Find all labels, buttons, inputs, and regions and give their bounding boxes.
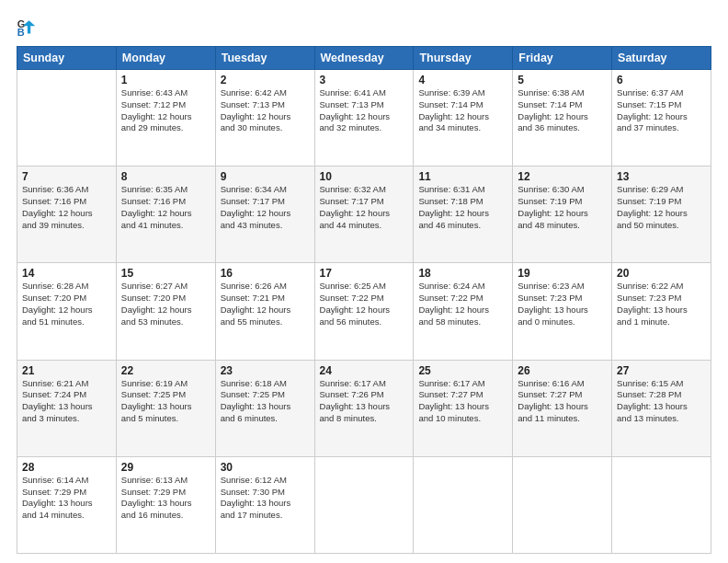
day-number: 5 xyxy=(518,74,607,86)
day-info: Sunrise: 6:16 AMSunset: 7:27 PMDaylight:… xyxy=(518,378,607,425)
day-number: 22 xyxy=(121,364,210,377)
day-number: 29 xyxy=(121,461,210,474)
day-info: Sunrise: 6:26 AMSunset: 7:21 PMDaylight:… xyxy=(221,281,310,327)
day-cell: 22Sunrise: 6:19 AMSunset: 7:25 PMDayligh… xyxy=(116,360,215,456)
day-number: 25 xyxy=(418,364,507,377)
day-cell: 11Sunrise: 6:31 AMSunset: 7:18 PMDayligh… xyxy=(414,167,513,263)
day-number: 24 xyxy=(320,364,409,377)
day-cell: 3Sunrise: 6:41 AMSunset: 7:13 PMDaylight… xyxy=(314,70,414,167)
day-cell: 30Sunrise: 6:12 AMSunset: 7:30 PMDayligh… xyxy=(215,456,314,553)
week-row-3: 14Sunrise: 6:28 AMSunset: 7:20 PMDayligh… xyxy=(17,263,711,360)
day-info: Sunrise: 6:42 AMSunset: 7:13 PMDaylight:… xyxy=(221,87,310,134)
day-cell: 2Sunrise: 6:42 AMSunset: 7:13 PMDaylight… xyxy=(215,70,314,167)
day-cell: 27Sunrise: 6:15 AMSunset: 7:28 PMDayligh… xyxy=(612,360,711,456)
day-info: Sunrise: 6:37 AMSunset: 7:15 PMDaylight:… xyxy=(617,87,706,134)
day-number: 13 xyxy=(617,170,706,183)
day-info: Sunrise: 6:41 AMSunset: 7:13 PMDaylight:… xyxy=(320,87,409,134)
day-cell xyxy=(612,456,711,553)
day-number: 15 xyxy=(121,267,210,280)
day-cell: 24Sunrise: 6:17 AMSunset: 7:26 PMDayligh… xyxy=(314,360,414,456)
day-info: Sunrise: 6:13 AMSunset: 7:29 PMDaylight:… xyxy=(121,475,210,522)
day-cell: 7Sunrise: 6:36 AMSunset: 7:16 PMDaylight… xyxy=(17,167,117,263)
day-info: Sunrise: 6:38 AMSunset: 7:14 PMDaylight:… xyxy=(518,87,607,134)
day-number: 10 xyxy=(320,170,409,183)
day-info: Sunrise: 6:39 AMSunset: 7:14 PMDaylight:… xyxy=(418,87,507,134)
day-info: Sunrise: 6:27 AMSunset: 7:20 PMDaylight:… xyxy=(121,281,210,327)
day-cell xyxy=(314,456,414,553)
week-row-4: 21Sunrise: 6:21 AMSunset: 7:24 PMDayligh… xyxy=(17,360,711,456)
day-header-friday: Friday xyxy=(513,47,612,70)
day-number: 14 xyxy=(22,267,111,280)
logo: G B xyxy=(17,17,40,37)
day-cell: 21Sunrise: 6:21 AMSunset: 7:24 PMDayligh… xyxy=(17,360,117,456)
day-cell xyxy=(513,456,612,553)
day-number: 6 xyxy=(617,74,706,86)
day-info: Sunrise: 6:25 AMSunset: 7:22 PMDaylight:… xyxy=(320,281,409,327)
day-info: Sunrise: 6:31 AMSunset: 7:18 PMDaylight:… xyxy=(418,184,507,231)
day-cell: 10Sunrise: 6:32 AMSunset: 7:17 PMDayligh… xyxy=(314,167,414,263)
day-header-monday: Monday xyxy=(116,47,215,70)
week-row-1: 1Sunrise: 6:43 AMSunset: 7:12 PMDaylight… xyxy=(17,70,711,167)
day-info: Sunrise: 6:15 AMSunset: 7:28 PMDaylight:… xyxy=(617,378,706,425)
day-info: Sunrise: 6:34 AMSunset: 7:17 PMDaylight:… xyxy=(221,184,310,231)
day-cell xyxy=(17,70,117,167)
day-cell: 28Sunrise: 6:14 AMSunset: 7:29 PMDayligh… xyxy=(17,456,117,553)
day-cell: 4Sunrise: 6:39 AMSunset: 7:14 PMDaylight… xyxy=(414,70,513,167)
header: G B xyxy=(17,17,711,37)
day-number: 7 xyxy=(22,170,111,183)
day-number: 3 xyxy=(320,74,409,86)
day-info: Sunrise: 6:28 AMSunset: 7:20 PMDaylight:… xyxy=(22,281,111,327)
logo-icon: G B xyxy=(17,17,37,37)
day-number: 16 xyxy=(221,267,310,280)
day-header-saturday: Saturday xyxy=(612,47,711,70)
day-number: 21 xyxy=(22,364,111,377)
day-info: Sunrise: 6:35 AMSunset: 7:16 PMDaylight:… xyxy=(121,184,210,231)
day-number: 9 xyxy=(221,170,310,183)
day-header-thursday: Thursday xyxy=(414,47,513,70)
day-cell: 17Sunrise: 6:25 AMSunset: 7:22 PMDayligh… xyxy=(314,263,414,360)
day-info: Sunrise: 6:32 AMSunset: 7:17 PMDaylight:… xyxy=(320,184,409,231)
day-number: 26 xyxy=(518,364,607,377)
day-cell: 26Sunrise: 6:16 AMSunset: 7:27 PMDayligh… xyxy=(513,360,612,456)
day-number: 28 xyxy=(22,461,111,474)
week-row-2: 7Sunrise: 6:36 AMSunset: 7:16 PMDaylight… xyxy=(17,167,711,263)
svg-text:B: B xyxy=(17,27,25,37)
day-number: 4 xyxy=(418,74,507,86)
week-row-5: 28Sunrise: 6:14 AMSunset: 7:29 PMDayligh… xyxy=(17,456,711,553)
day-info: Sunrise: 6:21 AMSunset: 7:24 PMDaylight:… xyxy=(22,378,111,425)
day-number: 23 xyxy=(221,364,310,377)
day-number: 18 xyxy=(418,267,507,280)
day-number: 8 xyxy=(121,170,210,183)
calendar-page: G B SundayMondayTuesdayWednesdayThursday… xyxy=(0,0,728,563)
day-cell: 19Sunrise: 6:23 AMSunset: 7:23 PMDayligh… xyxy=(513,263,612,360)
day-number: 1 xyxy=(121,74,210,86)
day-cell: 15Sunrise: 6:27 AMSunset: 7:20 PMDayligh… xyxy=(116,263,215,360)
day-info: Sunrise: 6:14 AMSunset: 7:29 PMDaylight:… xyxy=(22,475,111,522)
day-cell: 29Sunrise: 6:13 AMSunset: 7:29 PMDayligh… xyxy=(116,456,215,553)
calendar-table: SundayMondayTuesdayWednesdayThursdayFrid… xyxy=(17,46,711,554)
day-info: Sunrise: 6:18 AMSunset: 7:25 PMDaylight:… xyxy=(221,378,310,425)
day-info: Sunrise: 6:23 AMSunset: 7:23 PMDaylight:… xyxy=(518,281,607,327)
day-cell: 14Sunrise: 6:28 AMSunset: 7:20 PMDayligh… xyxy=(17,263,117,360)
day-cell: 20Sunrise: 6:22 AMSunset: 7:23 PMDayligh… xyxy=(612,263,711,360)
day-cell xyxy=(414,456,513,553)
day-number: 30 xyxy=(221,461,310,474)
day-cell: 1Sunrise: 6:43 AMSunset: 7:12 PMDaylight… xyxy=(116,70,215,167)
day-info: Sunrise: 6:36 AMSunset: 7:16 PMDaylight:… xyxy=(22,184,111,231)
day-cell: 6Sunrise: 6:37 AMSunset: 7:15 PMDaylight… xyxy=(612,70,711,167)
day-info: Sunrise: 6:30 AMSunset: 7:19 PMDaylight:… xyxy=(518,184,607,231)
day-number: 20 xyxy=(617,267,706,280)
day-number: 12 xyxy=(518,170,607,183)
day-number: 2 xyxy=(221,74,310,86)
days-header-row: SundayMondayTuesdayWednesdayThursdayFrid… xyxy=(17,47,711,70)
day-number: 11 xyxy=(418,170,507,183)
day-info: Sunrise: 6:24 AMSunset: 7:22 PMDaylight:… xyxy=(418,281,507,327)
day-info: Sunrise: 6:12 AMSunset: 7:30 PMDaylight:… xyxy=(221,475,310,522)
calendar-body: 1Sunrise: 6:43 AMSunset: 7:12 PMDaylight… xyxy=(17,70,711,554)
day-cell: 5Sunrise: 6:38 AMSunset: 7:14 PMDaylight… xyxy=(513,70,612,167)
day-cell: 16Sunrise: 6:26 AMSunset: 7:21 PMDayligh… xyxy=(215,263,314,360)
day-info: Sunrise: 6:17 AMSunset: 7:27 PMDaylight:… xyxy=(418,378,507,425)
day-number: 19 xyxy=(518,267,607,280)
day-info: Sunrise: 6:22 AMSunset: 7:23 PMDaylight:… xyxy=(617,281,706,327)
day-info: Sunrise: 6:29 AMSunset: 7:19 PMDaylight:… xyxy=(617,184,706,231)
